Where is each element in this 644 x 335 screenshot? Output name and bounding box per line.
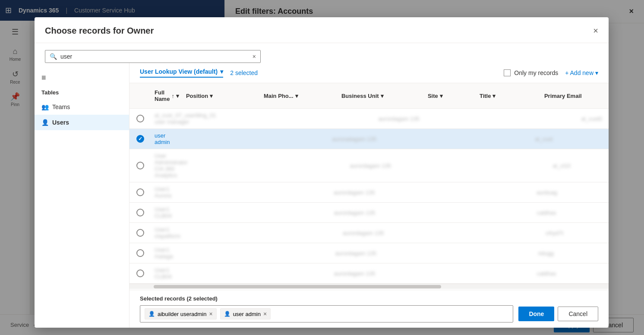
modal-title: Choose records for Owner (45, 26, 154, 36)
row1-businessunit: aurordagam 135 (375, 112, 461, 125)
add-new-button[interactable]: + Add new ▾ (565, 69, 598, 76)
row7-phone (254, 250, 332, 257)
cancel-button[interactable]: Cancel (558, 307, 598, 321)
chip-aibuilder-remove[interactable]: × (209, 310, 212, 317)
selected-chips-container: 👤 aibuilder useradmin × 👤 user admin × (140, 305, 513, 322)
modal-nav-users[interactable]: 👤 Users (35, 115, 129, 130)
modal-nav-teams[interactable]: 👥 Teams (35, 99, 129, 115)
row2-position (173, 135, 251, 142)
row7-select[interactable] (129, 246, 151, 260)
horizontal-scrollbar[interactable] (129, 284, 609, 289)
col-header-position[interactable]: Position ▾ (183, 87, 260, 105)
radio-button-row4[interactable] (136, 188, 144, 196)
row6-businessunit: aurordagam 135 (339, 226, 426, 240)
row6-name: User1 clayatform (151, 223, 184, 243)
selected-count[interactable]: 2 selected (230, 69, 258, 76)
footer-row: 👤 aibuilder useradmin × 👤 user admin × D… (140, 305, 598, 322)
row3-name: User Administrator CIA 360 Analytics (151, 149, 191, 182)
radio-button-row1[interactable] (136, 115, 144, 122)
search-clear-icon[interactable]: × (253, 53, 256, 60)
modal-toolbar: User Lookup View (default) ▾ 2 selected … (129, 63, 609, 83)
row7-businessunit: aurordagam 135 (332, 247, 418, 260)
view-selector[interactable]: User Lookup View (default) ▾ (140, 68, 223, 78)
table-row: user admin auroradagam 135 al_cust (129, 129, 609, 149)
col-header-phone[interactable]: Main Pho... ▾ (260, 87, 338, 105)
row8-name: User1 CLB04 (151, 263, 175, 283)
user-chip-icon-2: 👤 (224, 311, 230, 317)
row4-position (175, 189, 253, 196)
teams-icon: 👥 (41, 103, 49, 110)
modal-table: Full Name ↑▾ Position ▾ Main Pho... ▾ Bu… (129, 83, 609, 290)
scrollbar-thumb[interactable] (154, 285, 441, 288)
radio-button-row8[interactable] (136, 269, 144, 277)
radio-button-row5[interactable] (136, 209, 144, 216)
col-header-businessunit[interactable]: Business Unit ▾ (338, 87, 424, 105)
table-header: Full Name ↑▾ Position ▾ Main Pho... ▾ Bu… (129, 83, 609, 109)
row1-name: al_cust_07_userMng_01 user manager (151, 109, 219, 128)
col-header-email[interactable]: Primary Email (541, 87, 609, 105)
col-header-fullname[interactable]: Full Name ↑▾ (151, 87, 183, 105)
row3-title (485, 162, 549, 169)
user-admin-link[interactable]: user admin (155, 132, 170, 145)
toolbar-left: User Lookup View (default) ▾ 2 selected (140, 68, 258, 78)
radio-button-row3[interactable] (136, 162, 144, 169)
row8-email: caldhas (534, 267, 609, 280)
toolbar-right: Only my records + Add new ▾ (504, 69, 598, 76)
row8-businessunit: aurordagam 135 (331, 267, 417, 280)
row6-title (477, 229, 542, 236)
table-row: User1 malaga aurordagam 135 ridugg (129, 243, 609, 263)
row5-title (469, 209, 534, 216)
chevron-down-icon: ▾ (210, 93, 213, 99)
radio-button-row7[interactable] (136, 249, 144, 257)
row8-select[interactable] (129, 266, 151, 281)
radio-checked-row2[interactable] (136, 135, 144, 143)
row2-businessunit: auroradagam 135 (328, 132, 415, 146)
done-button[interactable]: Done (518, 307, 554, 321)
col-header-title[interactable]: Title ▾ (476, 87, 541, 105)
row2-name[interactable]: user admin (151, 129, 173, 149)
row1-title (513, 115, 578, 122)
row1-email: al_cust0 (578, 112, 609, 125)
chip-useradmin-remove[interactable]: × (263, 310, 267, 317)
chip-aibuilder-label: aibuilder useradmin (158, 311, 206, 317)
only-my-records-label: Only my records (514, 69, 558, 76)
chevron-down-icon: ▾ (176, 93, 179, 99)
row7-position (177, 250, 254, 257)
row3-select[interactable] (129, 158, 151, 173)
row2-site (415, 135, 467, 142)
modal-hamburger-icon[interactable]: ≡ (35, 70, 129, 86)
row3-phone (269, 162, 347, 169)
row4-site (417, 189, 468, 196)
users-icon: 👤 (41, 119, 49, 126)
sort-asc-icon: ↑ (171, 93, 174, 99)
modal-close-button[interactable]: × (593, 26, 598, 36)
search-input[interactable] (60, 53, 253, 60)
row1-select[interactable] (129, 111, 151, 126)
row6-email: cihyd7t (542, 226, 609, 240)
only-my-records-checkbox[interactable] (504, 69, 511, 76)
row6-select[interactable] (129, 225, 151, 240)
row8-phone (253, 270, 331, 277)
row5-select[interactable] (129, 205, 151, 220)
row8-position (175, 270, 253, 277)
col-header-site[interactable]: Site ▾ (424, 87, 476, 105)
row1-site (461, 115, 513, 122)
row5-name: User1 CLB04 (151, 203, 175, 222)
row4-phone (253, 189, 330, 196)
modal-dialog: Choose records for Owner × 🔍 × ≡ Tables … (35, 17, 609, 328)
view-selector-label: User Lookup View (default) (140, 68, 218, 75)
row2-select[interactable] (129, 131, 151, 146)
radio-button-row6[interactable] (136, 229, 144, 237)
search-icon: 🔍 (50, 53, 57, 60)
row7-name: User1 malaga (151, 243, 177, 263)
row5-businessunit: aurordagam 135 (331, 206, 417, 219)
row4-name: User1 Aurora (151, 182, 175, 202)
row7-title (470, 250, 535, 257)
chevron-down-icon: ▾ (220, 68, 223, 75)
user-chip-icon-1: 👤 (148, 311, 155, 317)
selected-records-footer: Selected records (2 selected) 👤 aibuilde… (129, 290, 609, 328)
row2-email: al_cust (531, 132, 609, 146)
add-new-label: + Add new (565, 69, 593, 76)
row6-phone (262, 229, 339, 236)
row4-select[interactable] (129, 185, 151, 200)
